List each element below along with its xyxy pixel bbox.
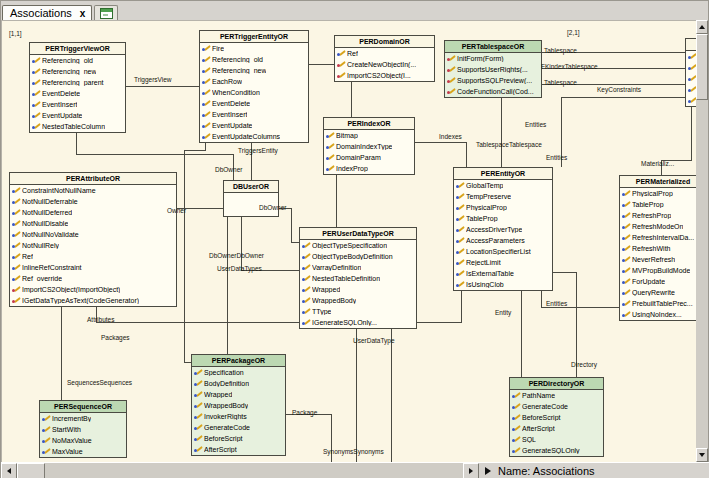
attribute-row[interactable]: RefreshIntervalDa... bbox=[620, 232, 698, 243]
attribute-row[interactable]: Bitmap bbox=[324, 130, 414, 141]
attribute-row[interactable]: ObjectTypeSpecification bbox=[300, 240, 416, 251]
association-line[interactable] bbox=[561, 97, 685, 167]
entity-box-entity[interactable]: PEREntityORGlobalTempTempPreservePhysica… bbox=[453, 167, 553, 291]
attribute-row[interactable]: EventUpdateColumns bbox=[200, 131, 308, 142]
attribute-row[interactable]: StartWith bbox=[40, 424, 126, 435]
attribute-row[interactable]: NotNullDeferrable bbox=[10, 196, 176, 207]
association-line[interactable] bbox=[415, 142, 466, 167]
attribute-row[interactable]: TempPreserve bbox=[454, 191, 552, 202]
status-expand-icon[interactable] bbox=[485, 467, 491, 475]
attribute-row[interactable]: AfterScript bbox=[192, 444, 285, 455]
attribute-row[interactable]: EventDelete bbox=[200, 98, 308, 109]
tab-close-icon[interactable]: x bbox=[80, 9, 86, 18]
vertical-scrollbar[interactable] bbox=[696, 20, 708, 462]
attribute-row[interactable]: Referencing_old bbox=[200, 54, 308, 65]
attribute-row[interactable]: BodyDefinition bbox=[192, 378, 285, 389]
attribute-row[interactable]: WhenCondition bbox=[200, 87, 308, 98]
attribute-row[interactable]: InvokerRights bbox=[192, 411, 285, 422]
entity-box-dbuser[interactable]: DBUserOR bbox=[223, 180, 279, 217]
attribute-row[interactable]: ObjectTypeBodyDefinition bbox=[300, 251, 416, 262]
attribute-row[interactable]: ForUpdate bbox=[620, 276, 698, 287]
entity-box-sequence[interactable]: PERSequenceORIncrementByStartWithNoMaxVa… bbox=[39, 400, 127, 458]
attribute-row[interactable]: PrebuiltTablePrec... bbox=[620, 298, 698, 309]
entity-box-directory[interactable]: PERDirectoryORPathNameGenerateCodeBefore… bbox=[509, 377, 604, 457]
attribute-row[interactable]: RejectLimit bbox=[454, 257, 552, 268]
attribute-row[interactable]: Wrapped bbox=[300, 284, 416, 295]
horizontal-scroll-track[interactable] bbox=[45, 463, 463, 478]
attribute-row[interactable]: RefreshProp bbox=[620, 210, 698, 221]
attribute-row[interactable]: InitForm(Form) bbox=[445, 53, 541, 64]
attribute-row[interactable]: RefreshModeOn bbox=[620, 221, 698, 232]
attribute-row[interactable]: NotNullDeferred bbox=[10, 207, 176, 218]
association-line[interactable] bbox=[184, 141, 205, 362]
attribute-row[interactable]: LocationSpecifierList bbox=[454, 246, 552, 257]
attribute-row[interactable]: TableProp bbox=[620, 199, 698, 210]
attribute-row[interactable]: RefreshWith bbox=[620, 243, 698, 254]
attribute-row[interactable]: EventDelete bbox=[30, 88, 125, 99]
attribute-row[interactable]: TableProp bbox=[454, 213, 552, 224]
attribute-row[interactable]: NotNullNoValidate bbox=[10, 229, 176, 240]
attribute-row[interactable]: NotNullRely bbox=[10, 240, 176, 251]
entity-box-materialized[interactable]: PERMaterializedPhysicalPropTablePropRefr… bbox=[619, 175, 698, 321]
horizontal-scroll-thumb[interactable] bbox=[17, 463, 45, 478]
attribute-row[interactable]: UsingNoIndex... bbox=[620, 309, 698, 320]
attribute-row[interactable]: EventInsert bbox=[30, 99, 125, 110]
attribute-row[interactable]: EventInsert bbox=[200, 109, 308, 120]
attribute-row[interactable]: PathName bbox=[510, 390, 603, 401]
attribute-row[interactable]: AfterScript bbox=[510, 423, 603, 434]
scroll-left-button[interactable] bbox=[1, 463, 17, 478]
scroll-right-button[interactable] bbox=[463, 463, 479, 478]
attribute-row[interactable]: IsExternalTable bbox=[454, 268, 552, 279]
entity-box-domain[interactable]: PERDomainORRefCreateNewObjectIn(...Impor… bbox=[334, 35, 435, 82]
entity-box-tablespace[interactable]: PERTablespaceORInitForm(Form)SupportsUse… bbox=[444, 40, 542, 98]
association-line[interactable] bbox=[279, 208, 299, 242]
scroll-up-button[interactable] bbox=[696, 20, 708, 34]
entity-box-userdatatype[interactable]: PERUserDataTypeORObjectTypeSpecification… bbox=[299, 227, 417, 329]
entity-box-index[interactable]: PERIndexORBitmapDomainIndexTypeDomainPar… bbox=[323, 117, 415, 175]
attribute-row[interactable]: IGetDataTypeAsText(CodeGenerator) bbox=[10, 295, 176, 306]
diagram-canvas[interactable]: PERTriggerViewORReferencing_oldReferenci… bbox=[1, 20, 698, 462]
attribute-row[interactable]: SQL bbox=[510, 434, 603, 445]
attribute-row[interactable]: Referencing_old bbox=[30, 55, 125, 66]
attribute-row[interactable]: MVPropBuildMode bbox=[620, 265, 698, 276]
attribute-row[interactable]: NotNullDisable bbox=[10, 218, 176, 229]
attribute-row[interactable]: GenerateCode bbox=[192, 422, 285, 433]
attribute-row[interactable]: DomainParam bbox=[324, 152, 414, 163]
attribute-row[interactable]: IGenerateSQLOnly... bbox=[300, 317, 416, 328]
attribute-row[interactable]: DomainIndexType bbox=[324, 141, 414, 152]
entity-box-attribute[interactable]: PERAttributeORConstraintNotNullNameNotNu… bbox=[9, 172, 177, 307]
attribute-row[interactable]: ConstraintNotNullName bbox=[10, 185, 176, 196]
tab-new-diagram[interactable] bbox=[94, 5, 118, 20]
attribute-row[interactable]: Ref bbox=[10, 251, 176, 262]
attribute-row[interactable]: GenerateCode bbox=[510, 401, 603, 412]
scroll-down-button[interactable] bbox=[696, 448, 708, 462]
attribute-row[interactable]: IsUsingClob bbox=[454, 279, 552, 290]
tab-associations[interactable]: Associations x bbox=[2, 5, 92, 20]
attribute-row[interactable]: InlineRefConstraint bbox=[10, 262, 176, 273]
attribute-row[interactable]: BeforeScript bbox=[192, 433, 285, 444]
entity-box-trigger-view[interactable]: PERTriggerViewORReferencing_oldReferenci… bbox=[29, 42, 126, 133]
attribute-row[interactable]: Ref bbox=[335, 48, 434, 59]
attribute-row[interactable]: ImportCS2Object(ImportObject) bbox=[10, 284, 176, 295]
attribute-row[interactable]: Referencing_new bbox=[200, 65, 308, 76]
attribute-row[interactable]: GlobalTemp bbox=[454, 180, 552, 191]
attribute-row[interactable]: CreateNewObjectIn(... bbox=[335, 59, 434, 70]
entity-box-package[interactable]: PERPackageORSpecificationBodyDefinitionW… bbox=[191, 354, 286, 456]
attribute-row[interactable]: NeverRefresh bbox=[620, 254, 698, 265]
attribute-row[interactable]: QueryRewrite bbox=[620, 287, 698, 298]
attribute-row[interactable]: Wrapped bbox=[192, 389, 285, 400]
entity-box-trigger-entity[interactable]: PERTriggerEntityORFireReferencing_oldRef… bbox=[199, 30, 309, 143]
attribute-row[interactable]: Referencing_parent bbox=[30, 77, 125, 88]
attribute-row[interactable]: EachRow bbox=[200, 76, 308, 87]
attribute-row[interactable]: WrappedBody bbox=[192, 400, 285, 411]
attribute-row[interactable]: NestedTableColumn bbox=[30, 121, 125, 132]
attribute-row[interactable]: EventUpdate bbox=[200, 120, 308, 131]
attribute-row[interactable]: Fire bbox=[200, 43, 308, 54]
vertical-scroll-thumb[interactable] bbox=[696, 34, 708, 100]
attribute-row[interactable]: GenerateSQLOnly bbox=[510, 445, 603, 456]
attribute-row[interactable]: AccessParameters bbox=[454, 235, 552, 246]
attribute-row[interactable]: MaxValue bbox=[40, 446, 126, 457]
attribute-row[interactable]: Referencing_new bbox=[30, 66, 125, 77]
attribute-row[interactable]: IncrementBy bbox=[40, 413, 126, 424]
attribute-row[interactable]: CodeFunctionCall(Cod... bbox=[445, 86, 541, 97]
